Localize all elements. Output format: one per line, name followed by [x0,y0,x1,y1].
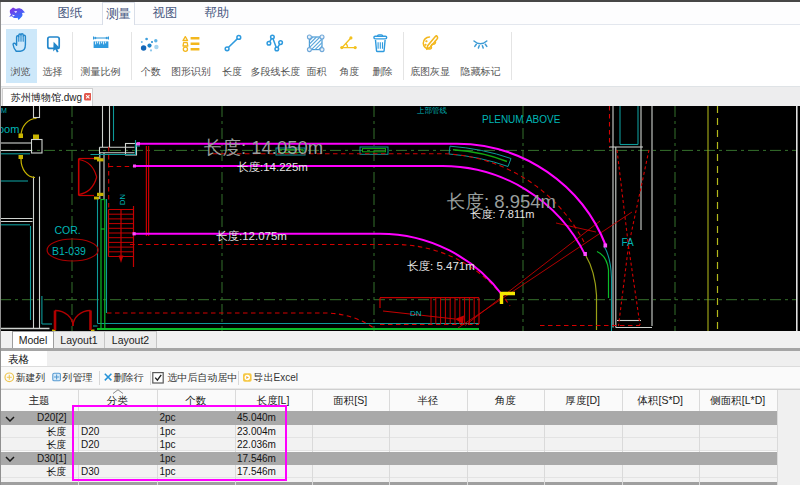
svg-text:oom: oom [0,123,19,135]
svg-text:长度: 5.471m: 长度: 5.471m [407,260,475,272]
svg-text:COR.: COR. [55,224,81,236]
svg-text:FA: FA [622,237,635,248]
svg-text:长度: 7.811m: 长度: 7.811m [470,208,535,220]
svg-text:B1-039: B1-039 [52,245,86,257]
svg-text:长度: 14.050m: 长度: 14.050m [204,137,323,158]
svg-text:长度:12.075m: 长度:12.075m [216,230,287,242]
svg-text:M: M [1,107,7,114]
svg-text:长度:14.225m: 长度:14.225m [237,161,308,173]
svg-text:上部管线: 上部管线 [417,106,448,115]
svg-text:PLENUM ABOVE: PLENUM ABOVE [482,114,561,125]
svg-text:DN: DN [410,309,422,318]
svg-text:DN: DN [118,194,127,205]
